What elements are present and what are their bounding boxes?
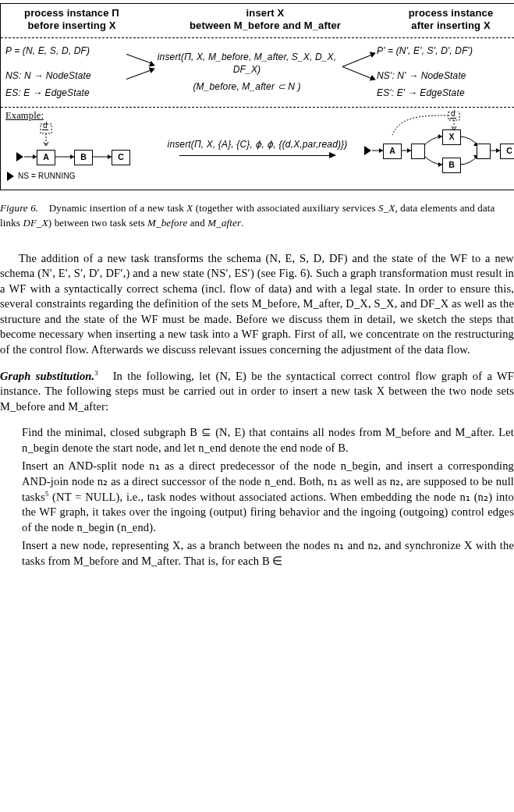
figure-caption: Figure 6. Dynamic insertion of a new tas…	[0, 201, 514, 231]
caption-maft: M_after	[207, 217, 241, 229]
node-b-after: B	[442, 158, 461, 173]
caption-sx: S_X	[378, 202, 395, 214]
header-right-line1: process instance	[409, 7, 494, 19]
example-right: d A X B C	[361, 112, 509, 183]
header-mid-line2: between M_before and M_after	[190, 20, 341, 31]
branch-arrows-left	[126, 44, 154, 88]
start-marker-after	[364, 146, 371, 155]
node-x-after: X	[442, 129, 461, 145]
mini-graph-before: d A B C NS = RUNNING	[5, 122, 154, 183]
running-marker-label: NS = RUNNING	[18, 172, 76, 180]
esprime-map: ES': E' → EdgeState	[377, 87, 509, 99]
caption-dfx: DF_X	[23, 217, 48, 229]
node-a-after: A	[383, 144, 402, 159]
caption-text-b: (together with associated auxiliary serv…	[193, 202, 378, 214]
caption-text-d: ) between two task sets	[48, 217, 147, 229]
diagram-panel: process instance Π before inserting X in…	[0, 3, 514, 190]
body-paragraph-1: The addition of a new task transforms th…	[0, 251, 514, 358]
start-marker	[16, 152, 23, 161]
pprime-def: P' = (N', E', S', D', DF')	[377, 44, 509, 57]
page-root: process instance Π before inserting X in…	[0, 0, 514, 572]
mini-graph-after: d A X B C	[361, 112, 509, 183]
step-3: Insert a new node, representing X, as a …	[22, 538, 514, 569]
header-left-line2: before inserting X	[27, 20, 115, 31]
footnote-3: 3	[94, 369, 98, 377]
header-right: process instance after inserting X	[392, 7, 509, 33]
branch-arrows-right	[339, 44, 377, 88]
def-center-col: insert(Π, X, M_before, M_after, S_X, D_X…	[154, 44, 339, 100]
node-b: B	[74, 150, 93, 165]
subset-note: (M_before, M_after ⊂ N )	[193, 80, 300, 93]
header-right-line2: after inserting X	[411, 20, 490, 31]
example-label: Example:	[5, 109, 154, 122]
diagram-header-row: process instance Π before inserting X in…	[1, 4, 514, 38]
ns-map: NS: N → NodeState	[5, 69, 126, 82]
header-left: process instance Π before inserting X	[5, 7, 138, 33]
def-right-col: P' = (N', E', S', D', DF') NS': N' → Nod…	[377, 44, 509, 100]
caption-text-c: , data elements	[395, 202, 459, 214]
step-1: Find the minimal, closed subgraph B ⊆ (N…	[22, 425, 514, 456]
join-node	[477, 144, 491, 159]
insert-call: insert(Π, X, M_before, M_after, S_X, D_X…	[154, 51, 339, 76]
graph-substitution-heading: Graph substitution.	[0, 370, 94, 382]
caption-period: .	[241, 217, 243, 229]
def-left-col: P = (N, E, S, D, DF) NS: N → NodeState E…	[5, 44, 126, 100]
diagram-example-row: Example: d A	[1, 108, 514, 190]
nsprime-map: NS': N' → NodeState	[377, 69, 509, 82]
diagram-definitions-row: P = (N, E, S, D, DF) NS: N → NodeState E…	[1, 38, 514, 108]
node-c-after: C	[500, 144, 514, 159]
caption-and: and	[187, 217, 207, 229]
body-paragraph-2: Graph substitution.3 In the following, l…	[0, 369, 514, 415]
running-marker-icon	[7, 172, 14, 181]
steps-list: Find the minimal, closed subgraph B ⊆ (N…	[0, 425, 514, 569]
example-center: insert(Π, X, {A}, {C}, ϕ, ϕ, {(d,X,par,r…	[157, 138, 358, 157]
p-def: P = (N, E, S, D, DF)	[5, 44, 126, 57]
header-mid: insert X between M_before and M_after	[138, 7, 392, 33]
node-a: A	[37, 150, 55, 165]
split-node	[411, 144, 425, 159]
example-insert-call: insert(Π, X, {A}, {C}, ϕ, ϕ, {(d,X,par,r…	[157, 138, 358, 151]
caption-mbef: M_before	[147, 217, 187, 229]
node-c: C	[112, 150, 130, 165]
caption-fignum: Figure 6.	[0, 202, 38, 214]
step-2b: (NT = NULL), i.e., task nodes without as…	[22, 491, 514, 534]
example-left: Example: d A	[5, 111, 154, 183]
long-arrow-icon	[179, 155, 335, 157]
caption-text-a: Dynamic insertion of a new task	[49, 202, 186, 214]
dvar-before: d	[42, 121, 48, 130]
header-mid-line1: insert X	[246, 7, 285, 19]
es-map: ES: E → EdgeState	[5, 87, 126, 99]
step-2: Insert an AND-split node n₁ as a direct …	[22, 459, 514, 535]
header-left-line1: process instance Π	[24, 7, 119, 19]
dvar-after: d	[450, 109, 456, 119]
